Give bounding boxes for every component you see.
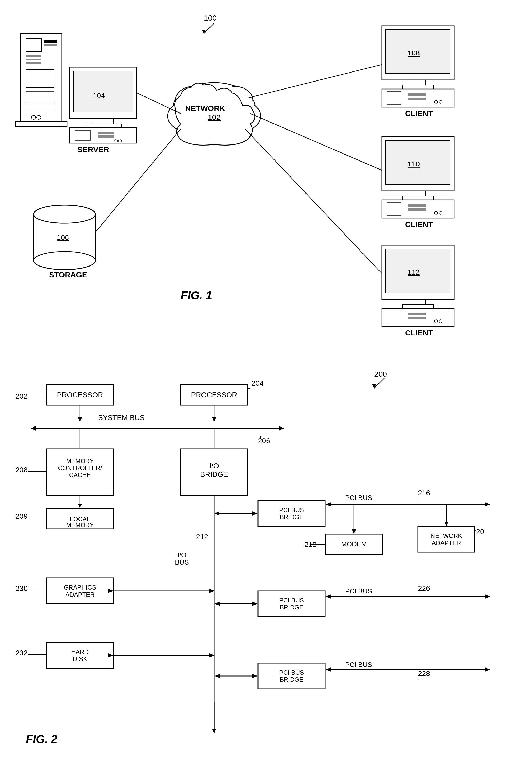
- svg-rect-84: [408, 317, 426, 319]
- svg-text:MEMORY: MEMORY: [66, 457, 94, 465]
- svg-point-73: [434, 211, 438, 214]
- svg-marker-148: [215, 511, 219, 516]
- svg-text:PCI BUS: PCI BUS: [345, 587, 372, 595]
- svg-rect-24: [98, 136, 113, 138]
- svg-rect-70: [387, 202, 401, 215]
- svg-text:112: 112: [408, 268, 420, 276]
- svg-rect-7: [26, 55, 41, 57]
- svg-text:204: 204: [251, 379, 264, 387]
- svg-text:PCI BUS: PCI BUS: [345, 661, 372, 669]
- svg-marker-150: [252, 511, 257, 516]
- svg-text:102: 102: [208, 113, 221, 122]
- svg-text:BRIDGE: BRIDGE: [280, 604, 303, 611]
- svg-rect-56: [402, 85, 433, 89]
- svg-text:ADAPTER: ADAPTER: [65, 591, 94, 598]
- svg-line-89: [96, 129, 181, 232]
- svg-marker-216: [212, 729, 216, 733]
- svg-text:BRIDGE: BRIDGE: [280, 676, 303, 683]
- svg-marker-106: [78, 417, 82, 422]
- svg-point-25: [115, 139, 118, 142]
- svg-text:BUS: BUS: [175, 558, 189, 566]
- svg-point-49: [34, 252, 96, 270]
- svg-rect-173: [46, 578, 113, 604]
- svg-point-85: [434, 320, 438, 323]
- svg-rect-55: [410, 80, 426, 85]
- svg-text:CONTROLLER/: CONTROLLER/: [58, 465, 102, 471]
- svg-rect-10: [26, 70, 54, 88]
- svg-marker-192: [326, 594, 331, 599]
- svg-text:209: 209: [15, 512, 28, 520]
- svg-text:106: 106: [57, 233, 69, 241]
- svg-text:ADAPTER: ADAPTER: [432, 539, 461, 546]
- svg-rect-60: [408, 98, 426, 100]
- svg-text:100: 100: [204, 14, 217, 22]
- svg-rect-79: [410, 299, 426, 304]
- svg-marker-214: [326, 667, 331, 672]
- svg-text:NETWORK: NETWORK: [185, 104, 225, 112]
- svg-text:216: 216: [418, 489, 430, 497]
- svg-text:CLIENT: CLIENT: [405, 220, 433, 228]
- svg-marker-112: [279, 426, 284, 431]
- svg-text:PCI BUS: PCI BUS: [279, 669, 304, 676]
- svg-point-48: [34, 205, 96, 223]
- svg-marker-208: [252, 674, 257, 678]
- svg-marker-186: [252, 602, 257, 606]
- svg-line-90: [248, 65, 382, 98]
- svg-point-14: [37, 115, 41, 119]
- svg-marker-170: [444, 522, 448, 526]
- svg-point-74: [439, 211, 442, 214]
- svg-rect-166: [418, 526, 475, 552]
- svg-rect-15: [15, 121, 67, 126]
- svg-rect-23: [98, 132, 113, 134]
- svg-rect-8: [26, 59, 41, 60]
- svg-text:206: 206: [258, 437, 270, 445]
- svg-text:226: 226: [418, 584, 430, 592]
- svg-line-91: [250, 113, 382, 170]
- svg-text:PCI BUS: PCI BUS: [279, 597, 304, 604]
- fig1-diagram: 100 104 SERVER: [0, 0, 532, 341]
- svg-rect-4: [26, 39, 41, 52]
- svg-rect-9: [26, 62, 41, 64]
- svg-marker-157: [326, 502, 331, 506]
- svg-marker-137: [78, 504, 82, 508]
- page: 100 104 SERVER: [0, 0, 532, 757]
- svg-rect-71: [408, 204, 426, 207]
- svg-point-26: [118, 139, 122, 142]
- svg-point-86: [439, 320, 442, 323]
- svg-text:104: 104: [93, 92, 105, 100]
- svg-text:BRIDGE: BRIDGE: [200, 470, 228, 478]
- svg-text:CACHE: CACHE: [69, 471, 91, 478]
- svg-rect-12: [26, 103, 54, 111]
- svg-text:FIG. 1: FIG. 1: [181, 289, 212, 302]
- svg-rect-83: [408, 313, 426, 315]
- svg-rect-22: [75, 130, 90, 140]
- svg-text:202: 202: [15, 392, 28, 400]
- svg-text:MEMORY: MEMORY: [66, 522, 94, 529]
- svg-marker-2: [202, 30, 206, 34]
- svg-text:PCI BUS: PCI BUS: [345, 494, 372, 501]
- fig2-diagram: 200 202 PROCESSOR PROCESSOR 204 SYSTEM B…: [0, 346, 532, 753]
- svg-rect-59: [408, 93, 426, 96]
- svg-text:I/O: I/O: [178, 551, 187, 559]
- svg-text:GRAPHICS: GRAPHICS: [64, 584, 96, 591]
- svg-text:228: 228: [418, 670, 430, 678]
- svg-text:CLIENT: CLIENT: [405, 328, 433, 337]
- svg-text:108: 108: [408, 49, 420, 57]
- svg-text:SYSTEM BUS: SYSTEM BUS: [98, 413, 144, 422]
- svg-marker-156: [485, 502, 490, 506]
- svg-marker-191: [485, 594, 490, 599]
- svg-text:PROCESSOR: PROCESSOR: [191, 391, 237, 399]
- svg-marker-184: [215, 602, 220, 606]
- svg-line-1: [204, 23, 214, 34]
- svg-text:BRIDGE: BRIDGE: [280, 513, 303, 520]
- svg-rect-19: [93, 119, 113, 124]
- svg-marker-96: [372, 384, 376, 388]
- svg-text:230: 230: [15, 584, 28, 592]
- svg-marker-206: [215, 674, 220, 678]
- svg-point-13: [31, 115, 36, 119]
- svg-rect-20: [85, 124, 121, 128]
- svg-line-95: [374, 378, 384, 388]
- svg-rect-5: [44, 40, 57, 43]
- svg-text:SERVER: SERVER: [77, 145, 109, 154]
- svg-marker-163: [352, 530, 356, 533]
